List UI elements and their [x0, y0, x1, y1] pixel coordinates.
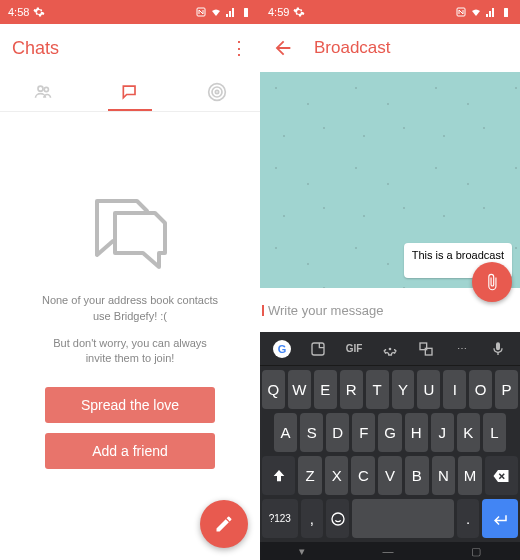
- shift-icon: [271, 468, 287, 484]
- key-i[interactable]: I: [443, 370, 466, 409]
- back-arrow-icon[interactable]: [272, 37, 294, 59]
- mic-icon[interactable]: [486, 337, 510, 361]
- appbar: Broadcast: [260, 24, 520, 72]
- translate-icon[interactable]: [414, 337, 438, 361]
- wifi-icon: [470, 6, 482, 18]
- key-symbols[interactable]: ?123: [262, 499, 298, 538]
- chat-icon: [120, 82, 140, 102]
- compose-fab[interactable]: [200, 500, 248, 548]
- svg-point-13: [332, 513, 344, 525]
- gif-button[interactable]: GIF: [342, 337, 366, 361]
- key-k[interactable]: K: [457, 413, 480, 452]
- more-icon[interactable]: ⋯: [450, 337, 474, 361]
- key-e[interactable]: E: [314, 370, 337, 409]
- key-z[interactable]: Z: [298, 456, 322, 495]
- empty-chat-icon: [85, 193, 175, 277]
- key-s[interactable]: S: [300, 413, 323, 452]
- backspace-icon: [492, 467, 510, 485]
- key-f[interactable]: F: [352, 413, 375, 452]
- key-d[interactable]: D: [326, 413, 349, 452]
- paperclip-icon: [483, 273, 501, 291]
- nav-home-icon[interactable]: ―: [382, 545, 393, 557]
- page-title: Broadcast: [314, 38, 391, 58]
- svg-point-5: [212, 87, 222, 97]
- key-b[interactable]: B: [405, 456, 429, 495]
- gear-icon: [293, 6, 305, 18]
- svg-point-6: [215, 90, 218, 93]
- key-enter[interactable]: [482, 499, 518, 538]
- keyboard-row-4: ?123 , .: [262, 499, 518, 538]
- key-period[interactable]: .: [457, 499, 480, 538]
- pencil-icon: [214, 514, 234, 534]
- gear-icon: [33, 6, 45, 18]
- enter-icon: [491, 510, 509, 528]
- key-comma[interactable]: ,: [301, 499, 324, 538]
- key-j[interactable]: J: [431, 413, 454, 452]
- tab-broadcast[interactable]: [173, 72, 260, 111]
- page-title: Chats: [12, 38, 59, 58]
- key-m[interactable]: M: [458, 456, 482, 495]
- empty-state: None of your address book contacts use B…: [0, 112, 260, 560]
- svg-rect-1: [244, 8, 248, 17]
- nav-recent-icon[interactable]: ▢: [471, 545, 481, 558]
- people-icon: [33, 82, 53, 102]
- spread-love-button[interactable]: Spread the love: [45, 387, 215, 423]
- key-n[interactable]: N: [432, 456, 456, 495]
- key-v[interactable]: V: [378, 456, 402, 495]
- tab-contacts[interactable]: [0, 72, 87, 111]
- keyboard: G GIF ⋯ Q W E R T Y U I O P A S: [260, 332, 520, 542]
- key-l[interactable]: L: [483, 413, 506, 452]
- svg-point-3: [45, 87, 49, 91]
- attach-fab[interactable]: [472, 262, 512, 302]
- key-t[interactable]: T: [366, 370, 389, 409]
- key-emoji[interactable]: [326, 499, 349, 538]
- add-friend-button[interactable]: Add a friend: [45, 433, 215, 469]
- nav-bar: ▾ ― ▢: [260, 542, 520, 560]
- key-p[interactable]: P: [495, 370, 518, 409]
- key-o[interactable]: O: [469, 370, 492, 409]
- status-bar: 4:59: [260, 0, 520, 24]
- empty-text-1: None of your address book contacts use B…: [40, 293, 220, 324]
- settings-icon[interactable]: [378, 337, 402, 361]
- key-backspace[interactable]: [485, 456, 518, 495]
- sticker-icon[interactable]: [306, 337, 330, 361]
- svg-rect-9: [312, 343, 324, 355]
- keyboard-row-2: A S D F G H J K L: [262, 413, 518, 452]
- time-label: 4:59: [268, 6, 289, 18]
- message-input[interactable]: Write your message: [268, 303, 512, 318]
- key-g[interactable]: G: [378, 413, 401, 452]
- svg-point-10: [389, 347, 392, 350]
- chat-area[interactable]: This is a broadcast 18:59: [260, 72, 520, 288]
- nav-down-icon[interactable]: ▾: [299, 545, 305, 558]
- key-h[interactable]: H: [405, 413, 428, 452]
- google-icon[interactable]: G: [270, 337, 294, 361]
- message-text: This is a broadcast: [412, 249, 504, 261]
- key-space[interactable]: [352, 499, 453, 538]
- svg-rect-8: [504, 8, 508, 17]
- key-y[interactable]: Y: [392, 370, 415, 409]
- signal-icon: [485, 6, 497, 18]
- key-u[interactable]: U: [417, 370, 440, 409]
- key-a[interactable]: A: [274, 413, 297, 452]
- nfc-icon: [455, 6, 467, 18]
- chats-screen: 4:58 Chats ⋮: [0, 0, 260, 560]
- keyboard-row-1: Q W E R T Y U I O P: [262, 370, 518, 409]
- key-shift[interactable]: [262, 456, 295, 495]
- key-r[interactable]: R: [340, 370, 363, 409]
- keyboard-suggestion-bar: G GIF ⋯: [260, 332, 520, 366]
- time-label: 4:58: [8, 6, 29, 18]
- more-menu-icon[interactable]: ⋮: [230, 39, 248, 57]
- svg-point-2: [38, 86, 43, 91]
- appbar: Chats ⋮: [0, 24, 260, 72]
- key-q[interactable]: Q: [262, 370, 285, 409]
- key-w[interactable]: W: [288, 370, 311, 409]
- battery-icon: [500, 6, 512, 18]
- key-x[interactable]: X: [325, 456, 349, 495]
- key-c[interactable]: C: [351, 456, 375, 495]
- empty-text-2: But don't worry, you can always invite t…: [40, 336, 220, 367]
- status-bar: 4:58: [0, 0, 260, 24]
- broadcast-screen: 4:59 Broadcast This is a broadcast 18:59…: [260, 0, 520, 560]
- tab-chats[interactable]: [87, 72, 174, 111]
- nfc-icon: [195, 6, 207, 18]
- wifi-icon: [210, 6, 222, 18]
